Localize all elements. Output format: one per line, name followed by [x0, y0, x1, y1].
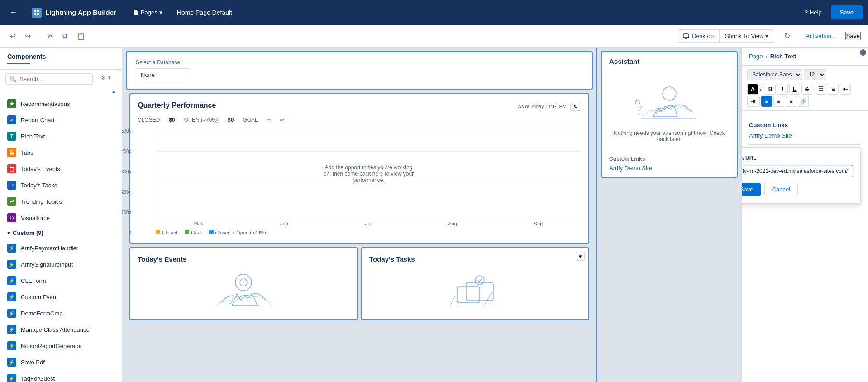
- custom-links-section-title: Custom Links: [749, 122, 861, 129]
- view-label: Desktop: [677, 30, 719, 42]
- refresh-button[interactable]: ↻: [782, 29, 793, 43]
- open-label: OPEN (>70%): [184, 117, 219, 123]
- edit-goal-icon[interactable]: ✏: [280, 117, 284, 123]
- settings-button[interactable]: ⚙ ▾: [101, 74, 111, 81]
- copy-button[interactable]: ⧉: [60, 29, 70, 43]
- sidebar-item-label-trending-topics: Trending Topics: [21, 198, 62, 205]
- trending-topics-icon: [7, 197, 16, 206]
- sidebar-item-report-chart[interactable]: Report Chart: [0, 112, 122, 128]
- custom-comp-icon-4: ⚡: [7, 292, 16, 301]
- scroll-up-arrow[interactable]: ▲: [0, 86, 122, 96]
- sidebar-item-custom-event[interactable]: ⚡ Custom Event: [0, 289, 122, 305]
- custom-section-header[interactable]: ▾ Custom (9): [0, 226, 122, 240]
- svg-point-11: [475, 276, 484, 285]
- quarterly-refresh-button[interactable]: ↻: [570, 102, 581, 111]
- toolbar-separator-1: [39, 31, 39, 42]
- sidebar-item-save-pdf[interactable]: ⚡ Save Pdf: [0, 354, 122, 370]
- search-input[interactable]: [19, 76, 89, 82]
- custom-comp-icon-1: ⚡: [7, 244, 16, 253]
- goal-label: GOAL: [243, 117, 258, 123]
- panel-divider: [749, 144, 861, 145]
- breadcrumb-page[interactable]: Page: [749, 53, 763, 60]
- sidebar-item-manage-class-attendance[interactable]: ⚡ Manage Class Attendance: [0, 321, 122, 338]
- sidebar-item-label-arrify-payment-handler: ArrifyPaymentHandler: [21, 245, 78, 252]
- assistant-message: Nothing needs your attention right now. …: [602, 130, 737, 150]
- right-panel: Page › Rich Text i Salesforce Sans 12 A …: [741, 48, 868, 382]
- arrify-demo-site-link-panel[interactable]: Arrify Demo Site: [749, 132, 792, 139]
- sidebar-item-tabs[interactable]: Tabs: [0, 144, 122, 161]
- help-button[interactable]: ? Help: [799, 6, 827, 19]
- custom-comp-icon-3: ⚡: [7, 276, 16, 285]
- align-right-button[interactable]: ≡: [786, 96, 796, 107]
- link-popup-save-button[interactable]: Save: [741, 183, 761, 196]
- underline-button[interactable]: U: [789, 84, 800, 95]
- recommendations-icon: [7, 99, 16, 108]
- sidebar-item-recommendations[interactable]: Recommendations: [0, 96, 122, 112]
- quarterly-performance-card: Quarterly Performance As of Today 11:14 …: [129, 93, 589, 244]
- align-left-button[interactable]: ≡: [761, 96, 772, 107]
- db-label: Select a Database:: [136, 59, 583, 66]
- back-button[interactable]: ←: [5, 6, 21, 19]
- todays-tasks-dropdown-button[interactable]: ▾: [576, 252, 585, 261]
- activation-button[interactable]: Activation...: [800, 30, 841, 42]
- sidebar-item-todays-events[interactable]: Today's Events: [0, 161, 122, 177]
- shrink-button[interactable]: Shrink To View ▾: [719, 30, 774, 42]
- pages-chevron-icon: ▾: [159, 9, 162, 16]
- sidebar-item-todays-tasks[interactable]: Today's Tasks: [0, 177, 122, 193]
- breadcrumb-separator: ›: [765, 53, 767, 60]
- closed-label: CLOSED: [138, 117, 160, 123]
- sidebar-item-tag-for-guest[interactable]: ⚡ TagForGuest: [0, 370, 122, 382]
- svg-rect-0: [34, 10, 36, 12]
- link-button[interactable]: 🔗: [798, 96, 809, 107]
- align-center-button[interactable]: ≡: [773, 96, 784, 107]
- italic-button[interactable]: I: [777, 84, 788, 95]
- sidebar-item-trending-topics[interactable]: Trending Topics: [0, 193, 122, 210]
- font-color-button[interactable]: A: [747, 84, 758, 95]
- sidebar-item-arrify-signature-input[interactable]: ⚡ ArrifySignatureInput: [0, 256, 122, 272]
- custom-comp-icon-8: ⚡: [7, 358, 16, 367]
- toolbar-save-button[interactable]: Save: [845, 32, 861, 40]
- save-button[interactable]: Save: [831, 5, 863, 19]
- sidebar-item-arrify-payment-handler[interactable]: ⚡ ArrifyPaymentHandler: [0, 240, 122, 256]
- link-popup-cancel-button[interactable]: Cancel: [764, 183, 798, 196]
- paste-button[interactable]: 📋: [74, 29, 88, 43]
- sidebar-item-visualforce[interactable]: Visualforce: [0, 210, 122, 226]
- redo-button[interactable]: ↪: [22, 29, 33, 43]
- link-url-input[interactable]: [741, 165, 853, 177]
- ordered-list-button[interactable]: ≡: [828, 84, 839, 95]
- todays-tasks-illustration: [369, 267, 581, 312]
- assistant-illustration: [602, 71, 737, 130]
- sidebar-item-rich-text[interactable]: Rich Text: [0, 128, 122, 144]
- search-bar[interactable]: 🔍: [5, 73, 93, 85]
- panel-info-icon[interactable]: i: [860, 49, 866, 56]
- sidebar: Components 🔍 ⚙ ▾ ▲ Recommendations: [0, 48, 122, 382]
- rte-sep-2: [814, 85, 814, 94]
- sidebar-item-label-demo-form-cmp: DemoFormCmp: [21, 310, 62, 317]
- sidebar-header: Components: [0, 48, 122, 70]
- color-chevron-icon[interactable]: ▾: [759, 87, 762, 92]
- sidebar-item-label-report-chart: Report Chart: [21, 117, 54, 124]
- db-select[interactable]: None: [136, 68, 190, 81]
- sidebar-item-cle-form[interactable]: ⚡ CLEForm: [0, 272, 122, 289]
- todays-tasks-card: Today's Tasks ▾: [361, 247, 589, 320]
- top-nav: ← Lightning App Builder Pages ▾ Home Pag…: [0, 0, 868, 25]
- font-size-select[interactable]: 12: [804, 69, 826, 80]
- custom-comp-icon-7: ⚡: [7, 341, 16, 350]
- arrify-demo-site-link-assistant[interactable]: Arrify Demo Site: [609, 165, 652, 172]
- sidebar-item-demo-form-cmp[interactable]: ⚡ DemoFormCmp: [0, 305, 122, 321]
- right-panel-breadcrumb: Page › Rich Text: [742, 48, 868, 66]
- bold-button[interactable]: B: [765, 84, 776, 95]
- font-family-select[interactable]: Salesforce Sans: [747, 69, 802, 80]
- todays-events-title: Today's Events: [138, 255, 349, 263]
- bottom-row: Today's Events: [129, 247, 589, 320]
- indent-increase-button[interactable]: ⇥: [747, 96, 758, 107]
- strikethrough-button[interactable]: S: [801, 84, 812, 95]
- unordered-list-button[interactable]: ☰: [816, 84, 826, 95]
- report-chart-icon: [7, 115, 16, 124]
- cut-button[interactable]: ✂: [45, 29, 56, 43]
- indent-decrease-button[interactable]: ⇤: [840, 84, 851, 95]
- pages-button[interactable]: Pages ▾: [127, 6, 168, 19]
- undo-button[interactable]: ↩: [7, 29, 19, 43]
- sidebar-item-notion-report-generator[interactable]: ⚡ NotionReportGenerator: [0, 338, 122, 354]
- shrink-chevron-icon: ▾: [765, 33, 768, 39]
